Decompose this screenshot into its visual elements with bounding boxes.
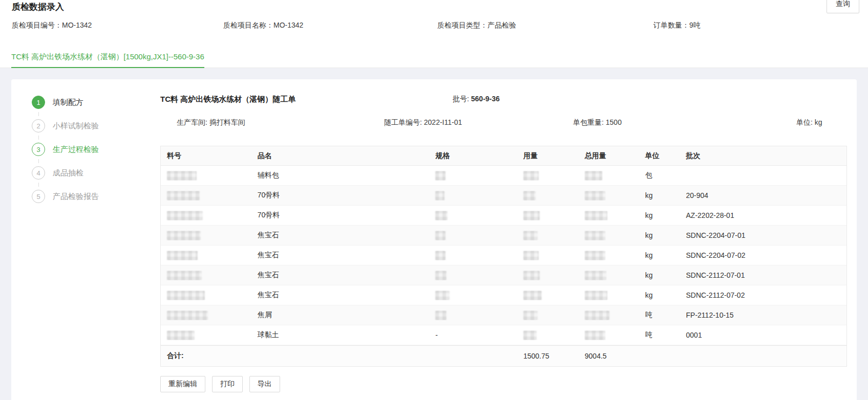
steps-nav: 1填制配方2小样试制检验3生产过程检验4成品抽检5产品检验报告 (32, 96, 150, 203)
top-bar: 质检数据录入 查询 质检项目编号：MO-1342 质检项目名称：MO-1342 … (0, 0, 868, 46)
cell-name: 70骨料 (251, 191, 429, 200)
cell-unit: kg (639, 231, 680, 239)
cell-code (161, 191, 251, 201)
redacted-usage-block (523, 211, 540, 220)
cell-batch: SDNC-2112-07-01 (680, 271, 846, 279)
cell-batch: AZ-2202-28-01 (680, 211, 846, 219)
cell-usage (517, 310, 579, 320)
meta-item-workshop: 生产车间: 捣打料车间 (177, 118, 245, 127)
cell-unit: kg (639, 251, 680, 259)
cell-unit: kg (639, 291, 680, 299)
step-item-5[interactable]: 5产品检验报告 (32, 190, 150, 203)
cell-code (161, 211, 251, 220)
redacted-total-block (585, 171, 602, 181)
info-value: 产品检验 (488, 21, 516, 29)
batch-value: 560-9-36 (471, 95, 500, 103)
cell-spec (429, 291, 517, 300)
redacted-total-block (585, 271, 606, 280)
reedit-button[interactable]: 重新编辑 (160, 376, 205, 392)
table-row: 70骨料kgAZ-2202-28-01 (161, 206, 846, 226)
redacted-code-block (167, 251, 198, 260)
cell-total-usage (579, 191, 639, 201)
redacted-spec-block (435, 271, 447, 280)
redacted-total-block (585, 330, 605, 340)
table-row: 焦宝石kgSDNC-2204-07-02 (161, 246, 846, 265)
cell-batch: 20-904 (680, 191, 846, 199)
step-item-3[interactable]: 3生产过程检验 (32, 143, 150, 156)
cell-total-usage (579, 291, 639, 300)
cell-code (161, 330, 251, 340)
cell-code (161, 171, 251, 181)
table-row: 70骨料kg20-904 (161, 186, 846, 206)
table-total-row: 合计: 1500.75 9004.5 (161, 345, 846, 366)
info-value: MO-1342 (62, 21, 92, 29)
total-label: 合计: (161, 351, 251, 361)
cell-code (161, 251, 251, 260)
step-item-1[interactable]: 1填制配方 (32, 96, 150, 109)
info-label: 质检项目类型： (437, 21, 488, 29)
redacted-spec-block (435, 231, 446, 240)
redacted-code-block (167, 191, 200, 201)
materials-table: 料号品名规格用量总用量单位批次 辅料包包70骨料kg20-90470骨料kgAZ… (160, 146, 847, 367)
step-number-badge: 5 (32, 190, 45, 203)
cell-spec (429, 171, 517, 181)
step-connector (38, 136, 39, 140)
cell-batch: 0001 (680, 331, 846, 339)
table-row: 球黏土-吨0001 (161, 325, 846, 345)
redacted-spec-block (435, 291, 450, 300)
redacted-code-block (167, 330, 195, 340)
redacted-usage-block (523, 171, 539, 181)
cell-name: 70骨料 (251, 211, 429, 220)
cell-usage (517, 330, 579, 340)
table-row: 焦屑吨FP-2112-10-15 (161, 305, 846, 325)
cell-name: 焦宝石 (251, 291, 429, 300)
cell-usage (517, 231, 579, 240)
tab-worksheet[interactable]: TC料 高炉出铁场水练材（湛钢）[1500kg,JX1]--560-9-36 (11, 52, 204, 68)
redacted-usage-block (523, 291, 542, 300)
redacted-total-block (585, 310, 609, 320)
cell-batch: FP-2112-10-15 (680, 311, 846, 319)
redacted-usage-block (523, 310, 538, 320)
redacted-code-block (167, 211, 203, 220)
redacted-spec-block (435, 211, 448, 220)
redacted-spec-block (435, 191, 444, 201)
tab-bar: TC料 高炉出铁场水练材（湛钢）[1500kg,JX1]--560-9-36 (0, 46, 868, 68)
redacted-code-block (167, 310, 208, 320)
table-row: 焦宝石kgSDNC-2112-07-02 (161, 285, 846, 305)
cell-batch: SDNC-2204-07-02 (680, 251, 846, 259)
table-row: 焦宝石kgSDNC-2112-07-01 (161, 265, 846, 285)
cell-total-usage (579, 171, 639, 181)
redacted-total-block (585, 291, 607, 300)
meta-item-unit: 单位: kg (796, 118, 822, 127)
cell-name: 辅料包 (251, 171, 429, 180)
cell-unit: 吨 (639, 330, 680, 340)
header-cell-total-usage: 总用量 (579, 151, 639, 161)
header-cell-unit: 单位 (639, 151, 680, 161)
worksheet-title-row: TC料 高炉出铁场水练材（湛钢）随工单 批号: 560-9-36 (160, 95, 847, 106)
cell-usage (517, 271, 579, 280)
cell-name: 焦宝石 (251, 251, 429, 260)
redacted-code-block (167, 171, 197, 181)
cell-usage (517, 171, 579, 181)
meta-item-package-weight: 单包重量: 1500 (573, 118, 622, 127)
step-item-2[interactable]: 2小样试制检验 (32, 119, 150, 132)
cell-unit: kg (639, 271, 680, 279)
redacted-total-block (585, 231, 605, 240)
cell-spec: - (429, 331, 517, 339)
cell-code (161, 310, 251, 320)
export-button[interactable]: 导出 (249, 376, 280, 392)
cell-total-usage (579, 251, 639, 260)
cell-spec (429, 271, 517, 280)
meta-item-sheet-number: 随工单编号: 2022-I11-01 (384, 118, 462, 127)
info-value: 9吨 (689, 21, 701, 29)
redacted-usage-block (523, 330, 537, 340)
redacted-code-block (167, 231, 201, 240)
step-item-4[interactable]: 4成品抽检 (32, 166, 150, 180)
cell-usage (517, 291, 579, 300)
print-button[interactable]: 打印 (212, 376, 243, 392)
table-row: 焦宝石kgSDNC-2204-07-01 (161, 226, 846, 246)
header-cell-code: 料号 (161, 151, 251, 161)
worksheet-card: 1填制配方2小样试制检验3生产过程检验4成品抽检5产品检验报告 TC料 高炉出铁… (11, 79, 857, 400)
cell-unit: kg (639, 211, 680, 219)
query-button[interactable]: 查询 (827, 0, 859, 13)
